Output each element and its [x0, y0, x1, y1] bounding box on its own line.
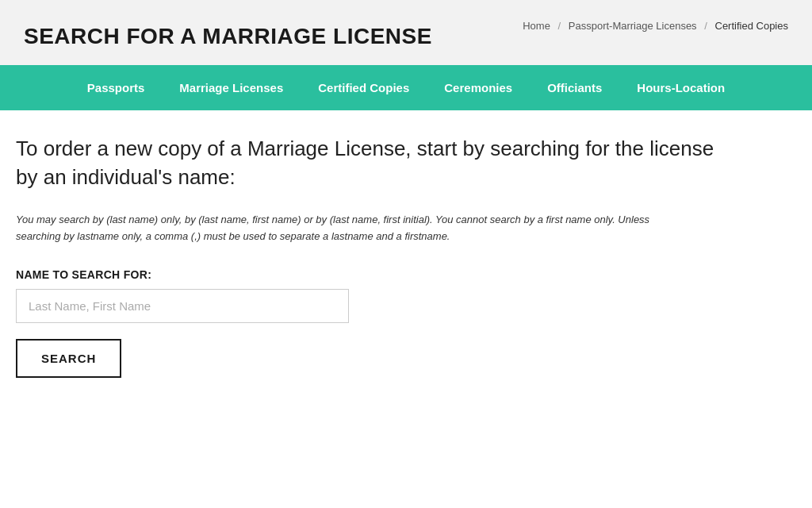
breadcrumb-current: Certified Copies: [715, 20, 789, 32]
breadcrumb-passport-marriage[interactable]: Passport-Marriage Licenses: [569, 20, 697, 32]
nav-item-certified-copies[interactable]: Certified Copies: [301, 65, 427, 110]
nav-item-officiants[interactable]: Officiants: [530, 65, 619, 110]
nav-item-ceremonies[interactable]: Ceremonies: [427, 65, 530, 110]
search-button[interactable]: SEARCH: [16, 339, 121, 378]
breadcrumb-separator-1: /: [558, 20, 561, 32]
page-title: SEARCH FOR A MARRIAGE LICENSE: [24, 24, 432, 49]
nav-item-hours-location[interactable]: Hours-Location: [619, 65, 742, 110]
search-label: NAME TO SEARCH FOR:: [16, 268, 788, 281]
search-input[interactable]: [16, 289, 349, 323]
nav-item-marriage-licenses[interactable]: Marriage Licenses: [162, 65, 301, 110]
nav-bar: Passports Marriage Licenses Certified Co…: [0, 65, 812, 110]
breadcrumb-separator-2: /: [704, 20, 707, 32]
intro-heading: To order a new copy of a Marriage Licens…: [16, 134, 730, 192]
nav-item-passports[interactable]: Passports: [70, 65, 163, 110]
main-content: To order a new copy of a Marriage Licens…: [0, 110, 812, 402]
breadcrumb: Home / Passport-Marriage Licenses / Cert…: [523, 20, 788, 32]
search-instructions: You may search by (last name) only, by (…: [16, 212, 690, 245]
breadcrumb-home[interactable]: Home: [523, 20, 550, 32]
header: SEARCH FOR A MARRIAGE LICENSE Home / Pas…: [0, 0, 812, 65]
